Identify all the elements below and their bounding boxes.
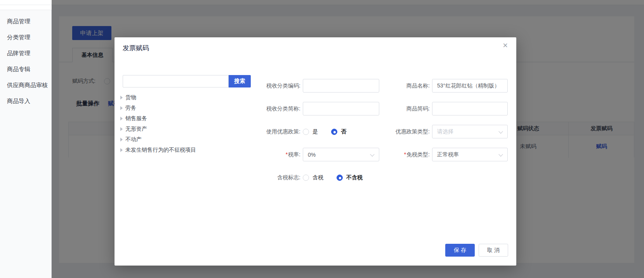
sidebar-item-product-import[interactable]: 商品导入 xyxy=(0,93,51,109)
product-name-label: 商品名称: xyxy=(355,82,430,89)
tax-abbr-label: 税收分类简称: xyxy=(231,105,300,112)
radio-checked-icon xyxy=(337,175,343,181)
policy-radio-no[interactable]: 否 xyxy=(331,128,346,135)
modal-title: 发票赋码 xyxy=(123,44,149,52)
tree-item-goods[interactable]: 货物 xyxy=(120,92,196,103)
tax-rate-label: *税率: xyxy=(231,151,300,158)
close-icon[interactable]: × xyxy=(503,41,508,50)
tax-free-type-select[interactable]: 正常税率 xyxy=(432,148,508,161)
caret-right-icon xyxy=(120,138,123,142)
chevron-down-icon xyxy=(498,152,503,156)
sidebar-item-category-management[interactable]: 分类管理 xyxy=(0,30,51,45)
required-mark: * xyxy=(404,151,406,157)
cancel-button[interactable]: 取消 xyxy=(479,244,508,257)
tax-flag-label: 含税标志: xyxy=(231,174,300,181)
tax-flag-radio-group: 含税 不含税 xyxy=(303,171,376,184)
radio-icon xyxy=(303,175,309,181)
caret-right-icon xyxy=(120,106,123,110)
caret-right-icon xyxy=(120,127,123,131)
tax-category-tree: 货物 劳务 销售服务 无形资产 不动产 未发生销售行为的不征税项目 xyxy=(120,92,196,155)
product-code-input[interactable] xyxy=(432,102,508,115)
tree-item-services[interactable]: 劳务 xyxy=(120,103,196,113)
policy-radio-group: 是 否 xyxy=(303,125,359,138)
tree-item-intangible-assets[interactable]: 无形资产 xyxy=(120,124,196,134)
chevron-down-icon xyxy=(498,129,503,133)
policy-radio-yes[interactable]: 是 xyxy=(303,128,318,135)
tree-item-real-estate[interactable]: 不动产 xyxy=(120,134,196,145)
save-button[interactable]: 保存 xyxy=(445,244,475,257)
radio-checked-icon xyxy=(331,129,337,135)
required-mark: * xyxy=(286,151,288,157)
caret-right-icon xyxy=(120,96,123,100)
product-code-label: 商品简码: xyxy=(355,105,430,112)
sidebar-header-strip xyxy=(0,5,52,10)
policy-label: 使用优惠政策: xyxy=(231,128,300,135)
product-name-input[interactable]: 53°红花郎红钻（精制版） xyxy=(432,79,508,93)
caret-right-icon xyxy=(120,148,123,152)
screen: 申请上架 基本信息 赋码方式: 批量操作 赋码 赋码状态 发票赋码 1 未赋码 … xyxy=(0,0,644,278)
tree-item-sales-services[interactable]: 销售服务 xyxy=(120,113,196,124)
radio-icon xyxy=(303,129,309,135)
policy-type-label: 优惠政策类型: xyxy=(355,128,430,135)
sidebar-menu: 商品管理 分类管理 品牌管理 商品专辑 供应商商品审核 商品导入 xyxy=(0,5,51,109)
search-input[interactable] xyxy=(123,75,229,87)
tax-flag-radio-excluded[interactable]: 不含税 xyxy=(337,174,363,181)
policy-type-select[interactable]: 请选择 xyxy=(432,125,508,138)
sidebar-item-product-management[interactable]: 商品管理 xyxy=(0,14,51,30)
sidebar-item-product-album[interactable]: 商品专辑 xyxy=(0,61,51,77)
sidebar-item-supplier-product-review[interactable]: 供应商商品审核 xyxy=(0,77,51,93)
invoice-coding-modal: 发票赋码 × 搜索 货物 劳务 销售服务 无形资产 不动产 xyxy=(115,37,516,266)
caret-right-icon xyxy=(120,117,123,121)
sidebar-item-brand-management[interactable]: 品牌管理 xyxy=(0,45,51,61)
tax-free-type-label: *免税类型: xyxy=(355,151,430,158)
sidebar: 商品管理 分类管理 品牌管理 商品专辑 供应商商品审核 商品导入 xyxy=(0,5,52,278)
tax-code-label: 税收分类编码: xyxy=(231,82,300,89)
tree-item-non-taxable[interactable]: 未发生销售行为的不征税项目 xyxy=(120,145,196,155)
tax-flag-radio-included[interactable]: 含税 xyxy=(303,174,323,181)
